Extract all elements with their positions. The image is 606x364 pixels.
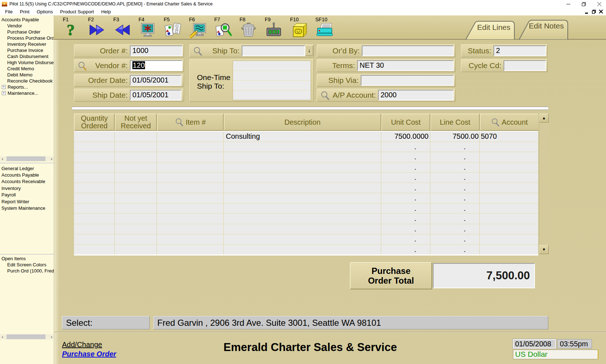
toolbar-button-display[interactable]: F4 (138, 15, 163, 39)
sidebar-module-item[interactable]: Accounts Payable (0, 172, 54, 178)
menu-item[interactable]: File (1, 9, 16, 14)
scroll-up-button[interactable]: ▲ (539, 114, 549, 123)
sidebar-item[interactable]: Purchase Order (0, 29, 54, 35)
one-time-ship-to-field[interactable] (233, 61, 311, 100)
ship-to-search-icon[interactable] (193, 46, 202, 56)
purchase-order-link[interactable]: Purchase Order (62, 350, 116, 358)
table-row[interactable]: .. (74, 193, 538, 204)
table-row[interactable]: .. (74, 224, 538, 235)
menu-item[interactable]: Options (33, 9, 57, 14)
vendor-number-field[interactable]: 120 (130, 60, 183, 71)
scrollbar-track[interactable] (5, 156, 49, 161)
select-value[interactable]: Fred Garvin , 2906 3rd Ave. Suite 3001, … (153, 316, 548, 329)
expand-icon[interactable]: + (2, 91, 6, 95)
restore-icon[interactable] (581, 2, 586, 6)
header-quantity-ordered[interactable]: Quantity Ordered (74, 114, 115, 131)
sidebar-item[interactable]: Purchase Invoice (0, 47, 54, 53)
mdi-restore-icon[interactable] (592, 9, 596, 15)
header-not-yet-received[interactable]: Not yet Received (115, 114, 157, 131)
scrollbar-thumb[interactable] (6, 334, 45, 339)
account-search-icon[interactable] (491, 118, 500, 126)
terms-field[interactable]: NET 30 (357, 60, 454, 71)
toolbar-button-previous[interactable]: F3 (113, 15, 138, 39)
item-search-icon[interactable] (175, 118, 184, 126)
mdi-minimize-icon[interactable] (585, 9, 589, 15)
sidebar-module-item[interactable]: System Maintenance (0, 205, 54, 211)
menu-item[interactable]: Product Support (57, 9, 98, 14)
vendor-search-icon[interactable] (78, 61, 87, 71)
sidebar-hscrollbar-bottom[interactable]: ‹ › (0, 334, 54, 339)
tab-edit-lines[interactable]: Edit Lines (465, 21, 516, 40)
sidebar-item[interactable]: Reconcile Checkbook (0, 78, 54, 84)
ship-to-field[interactable] (242, 45, 305, 56)
toolbar-button-help[interactable]: F1 ? (62, 15, 87, 39)
sidebar-module-item[interactable]: General Ledger (0, 165, 54, 172)
scroll-left-icon[interactable]: ‹ (0, 156, 5, 161)
toolbar-button-save[interactable]: F10 (289, 15, 315, 39)
scroll-down-button[interactable]: ▼ (539, 245, 549, 254)
scrollbar-thumb[interactable] (6, 156, 45, 161)
header-line-cost[interactable]: Line Cost (430, 114, 480, 131)
grid-vscrollbar[interactable]: ▲ ▼ (539, 114, 549, 254)
header-unit-cost[interactable]: Unit Cost (381, 114, 430, 131)
ship-date-field[interactable]: 01/05/2001 (130, 90, 181, 101)
table-row[interactable]: .. (74, 234, 538, 245)
open-item[interactable]: Purch Ord (1000, Fred G (0, 268, 54, 274)
menu-item[interactable]: Print (16, 9, 33, 14)
cycle-cd-field[interactable] (504, 60, 546, 71)
table-row[interactable]: .. (74, 204, 538, 214)
order-number-field[interactable]: 1000 (130, 45, 183, 56)
sidebar-item[interactable]: Process Purchase Orde (0, 35, 54, 41)
ap-account-field[interactable]: 2000 (378, 90, 454, 101)
toolbar-button-browse[interactable]: F5 (163, 15, 188, 39)
minimize-icon[interactable] (566, 2, 571, 6)
sidebar-module-item[interactable]: Payroll (0, 192, 54, 198)
close-icon[interactable] (597, 2, 602, 6)
header-item-number[interactable]: Item # (157, 114, 224, 131)
toolbar-button-exit[interactable]: F9 EXIT (264, 15, 289, 39)
toolbar-button-edit[interactable]: F6 (188, 15, 214, 39)
sidebar-item[interactable]: Cash Disbursement (0, 53, 54, 59)
table-row[interactable]: .. (74, 183, 538, 194)
scroll-left-icon[interactable]: ‹ (0, 334, 5, 339)
table-row[interactable]: .. (74, 214, 538, 224)
ship-via-field[interactable] (361, 75, 454, 86)
sidebar-item-collapsed[interactable]: +Reports... (0, 84, 54, 90)
sidebar-item[interactable]: Vendor (0, 23, 54, 29)
sidebar-item-collapsed[interactable]: +Maintenance... (0, 90, 54, 96)
table-row[interactable]: .. (74, 163, 538, 173)
ship-to-dropdown-button[interactable]: ↓ (305, 45, 313, 56)
toolbar-button-print[interactable]: SF10 (315, 15, 340, 39)
toolbar-button-delete[interactable]: F8 (239, 15, 264, 39)
mdi-close-icon[interactable] (599, 9, 603, 15)
scroll-right-icon[interactable]: › (49, 156, 54, 161)
header-account[interactable]: Account (480, 114, 538, 131)
sidebar-item[interactable]: Inventory Receiver (0, 41, 54, 47)
sidebar-item[interactable]: Debit Memo (0, 72, 54, 78)
table-row[interactable]: .. (74, 173, 538, 183)
header-description[interactable]: Description (224, 114, 381, 131)
sidebar-module-title[interactable]: Accounts Payable (0, 15, 54, 23)
expand-icon[interactable]: + (2, 85, 6, 89)
order-date-field[interactable]: 01/05/2001 (130, 75, 181, 86)
scroll-right-icon[interactable]: › (49, 334, 54, 339)
tab-edit-notes[interactable]: Edit Notes (518, 19, 570, 40)
scrollbar-track[interactable] (5, 334, 49, 339)
table-row[interactable]: .. (74, 152, 538, 163)
table-row[interactable]: .. (74, 245, 538, 255)
table-row[interactable]: .. (74, 142, 538, 152)
sidebar-module-item[interactable]: Inventory (0, 185, 54, 191)
sidebar-module-item[interactable]: Accounts Receivable (0, 178, 54, 185)
status-field[interactable]: 2 (493, 45, 546, 56)
ordered-by-field[interactable] (362, 45, 454, 56)
open-item[interactable]: Edit Screen Colors (0, 262, 54, 268)
table-row[interactable]: Consulting7500.00007500.005070 (74, 132, 538, 142)
sidebar-item[interactable]: Credit Memo (0, 66, 54, 72)
ap-account-search-icon[interactable] (320, 91, 330, 100)
sidebar-module-item[interactable]: Report Writer (0, 198, 54, 205)
sidebar-item[interactable]: High Volume Disburser (0, 59, 54, 66)
toolbar-button-search[interactable]: F7 (214, 15, 239, 39)
menu-item[interactable]: Help (97, 9, 114, 14)
toolbar-button-next[interactable]: F2 (87, 15, 113, 39)
sidebar-hscrollbar-top[interactable]: ‹ › (0, 156, 54, 161)
